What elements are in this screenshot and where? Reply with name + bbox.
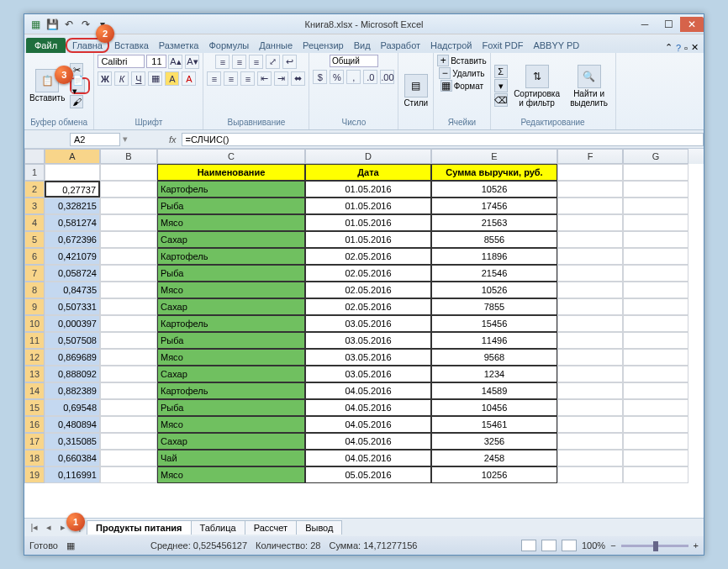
cell[interactable]: 0,581274 [45,214,100,231]
sheet-tab-3[interactable]: Рассчет [245,520,298,535]
cell[interactable] [623,349,688,366]
cell[interactable]: Картофель [157,248,305,265]
cell[interactable] [557,366,623,382]
cell[interactable]: 0,672396 [45,231,100,248]
cell[interactable]: 0,058724 [45,265,100,282]
delete-cells-icon[interactable]: − [439,67,451,79]
row-header[interactable]: 6 [24,248,45,265]
cell[interactable] [557,282,623,298]
row-header[interactable]: 3 [24,198,45,214]
cell[interactable]: Рыба [157,198,305,214]
cell[interactable]: 0,421079 [45,248,100,265]
cell[interactable]: 0,116991 [45,466,100,483]
cell[interactable]: 10526 [431,181,557,198]
cell[interactable]: 01.05.2016 [305,198,431,214]
underline-icon[interactable]: Ч [131,71,145,86]
sheet-prev-icon[interactable]: ◂ [42,522,55,533]
cell[interactable] [100,198,157,214]
wrap-icon[interactable]: ↩ [282,55,297,69]
cell[interactable] [623,332,688,349]
cell[interactable] [557,399,623,416]
cell[interactable] [100,332,157,349]
cell[interactable] [100,231,157,248]
cell[interactable] [100,382,157,399]
cell[interactable]: 04.05.2016 [305,450,431,466]
cell[interactable]: Рыба [157,332,305,349]
align-bot-icon[interactable]: ≡ [249,55,263,69]
cell[interactable] [557,433,623,450]
cell[interactable] [623,366,688,382]
cell[interactable] [557,265,623,282]
cell[interactable]: 1234 [431,366,557,382]
cell[interactable]: Сахар [157,298,305,315]
align-right-icon[interactable]: ≡ [240,71,255,86]
cell[interactable]: Картофель [157,315,305,332]
cell[interactable]: 2458 [431,450,557,466]
cell[interactable] [100,433,157,450]
cell[interactable]: 0,660384 [45,450,100,466]
cell[interactable]: 0,27737 [45,181,100,198]
minimize-ribbon-icon[interactable]: ⌃ [665,42,673,53]
row-header[interactable]: 7 [24,265,45,282]
cell[interactable]: 8556 [431,231,557,248]
cell[interactable]: 02.05.2016 [305,265,431,282]
cell[interactable]: 0,84735 [45,282,100,298]
cell[interactable]: Картофель [157,181,305,198]
cell[interactable] [557,214,623,231]
cell[interactable]: 0,869689 [45,349,100,366]
sheet-first-icon[interactable]: |◂ [28,522,41,533]
cell[interactable]: 04.05.2016 [305,416,431,433]
tab-layout[interactable]: Разметка [154,38,204,53]
row-header[interactable]: 4 [24,214,45,231]
tab-formulas[interactable]: Формулы [203,38,254,53]
cell[interactable] [100,315,157,332]
cell[interactable]: 01.05.2016 [305,214,431,231]
cell[interactable]: 15461 [431,416,557,433]
zoom-out-icon[interactable]: − [610,540,615,551]
col-header-g[interactable]: G [623,149,688,164]
align-top-icon[interactable]: ≡ [215,55,229,69]
cell[interactable] [100,265,157,282]
formula-input[interactable] [182,133,704,146]
cell[interactable]: 0,315085 [45,433,100,450]
cell[interactable]: 0,882389 [45,382,100,399]
tab-file[interactable]: Файл [26,38,66,53]
minimize-button[interactable]: ─ [633,17,657,32]
cell[interactable]: Рыба [157,399,305,416]
insert-cells-label[interactable]: Вставить [451,56,486,66]
cell[interactable] [557,198,623,214]
cell[interactable]: 17456 [431,198,557,214]
autosum-icon[interactable]: Σ [494,65,508,78]
row-header[interactable]: 1 [24,164,45,181]
view-break-icon[interactable] [562,540,577,551]
cell[interactable] [623,433,688,450]
zoom-slider[interactable] [621,545,688,547]
close-wb-icon[interactable]: ✕ [691,42,699,53]
font-color-icon[interactable]: A [182,71,196,86]
cell[interactable]: Сахар [157,366,305,382]
col-header-c[interactable]: C [157,149,305,164]
cell[interactable] [557,231,623,248]
delete-cells-label[interactable]: Удалить [452,69,484,78]
comma-icon[interactable]: , [346,70,361,84]
orientation-icon[interactable]: ⤢ [266,55,280,69]
sheet-tab-4[interactable]: Вывод [296,520,342,535]
align-left-icon[interactable]: ≡ [207,71,221,86]
insert-cells-icon[interactable]: + [437,55,449,66]
indent-inc-icon[interactable]: ⇥ [274,71,288,86]
cell[interactable] [100,214,157,231]
cell[interactable]: 21563 [431,214,557,231]
cell[interactable] [100,450,157,466]
shrink-font-icon[interactable]: A▾ [185,55,199,69]
inc-decimal-icon[interactable]: .0 [363,70,377,84]
row-header[interactable]: 14 [24,382,45,399]
zoom-level[interactable]: 100% [582,540,605,551]
cell[interactable]: 04.05.2016 [305,399,431,416]
restore-icon[interactable]: ▫ [684,43,688,53]
cell[interactable] [623,181,688,198]
cell[interactable]: 01.05.2016 [305,231,431,248]
cell[interactable]: Сахар [157,433,305,450]
cell[interactable]: 0,480894 [45,416,100,433]
row-header[interactable]: 9 [24,298,45,315]
cell[interactable] [557,349,623,366]
